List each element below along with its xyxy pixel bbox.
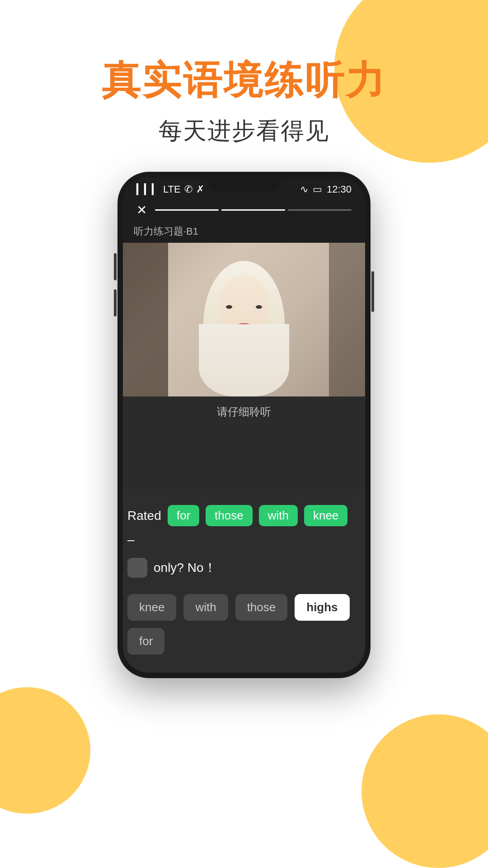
option-highs[interactable]: highs [295,594,349,621]
volume-button-mid [114,289,117,316]
main-title: 真实语境练听力 [0,59,488,102]
status-left: ▎▎▎ LTE ✆ ✗ [136,184,204,195]
video-scene [123,243,365,396]
rated-label: Rated [127,509,161,523]
progress-area: ✕ [123,199,365,222]
listen-prompt: 请仔细聆听 [123,396,365,427]
chip-for[interactable]: for [168,505,199,526]
phone-notch [208,177,280,192]
scene-figure [199,261,289,396]
progress-seg-1 [155,209,219,211]
volume-button-top [114,253,117,280]
phone-shell: ▎▎▎ LTE ✆ ✗ ∿ ▭ 12:30 ✕ [117,172,371,678]
chip-those[interactable]: those [206,505,253,526]
option-those[interactable]: those [235,594,288,621]
option-for[interactable]: for [127,628,164,655]
bluetooth-icon: ✗ [196,184,204,195]
header-area: 真实语境练听力 每天进步看得见 [0,0,488,147]
phone-screen: ▎▎▎ LTE ✆ ✗ ∿ ▭ 12:30 ✕ [123,177,365,673]
eye-right [256,305,262,309]
battery-icon: ▭ [313,184,322,195]
dash-label: – [127,533,135,547]
status-right: ∿ ▭ 12:30 [300,184,352,195]
answer-line-1: Rated for those with knee – [127,505,361,547]
option-with[interactable]: with [183,594,228,621]
progress-seg-2 [221,209,285,211]
word-options: knee with those highs for [127,594,361,655]
phone-mockup: ▎▎▎ LTE ✆ ✗ ∿ ▭ 12:30 ✕ [117,172,371,678]
time-label: 12:30 [327,184,352,195]
progress-bars [155,209,352,211]
video-frame [123,243,365,396]
option-knee[interactable]: knee [127,594,176,621]
character-dress [199,324,289,396]
power-button [371,271,374,312]
sub-title: 每天进步看得见 [0,115,488,147]
deco-circle-bottom-right [361,714,488,868]
level-label: 听力练习题·B1 [123,222,365,243]
wifi-icon: ∿ [300,184,308,195]
empty-slot [127,558,147,578]
lte-label: LTE [163,184,181,195]
signal-icon: ▎▎▎ [136,184,160,195]
chip-with[interactable]: with [259,505,298,526]
close-button[interactable]: ✕ [136,203,147,217]
answer-card: Rated for those with knee – only? No！ kn… [123,489,365,673]
eye-left [226,305,232,309]
call-icon: ✆ [184,184,192,195]
only-text: only? No！ [154,559,216,576]
progress-seg-3 [288,209,352,211]
answer-line-2: only? No！ [127,558,361,578]
character-eyes [226,305,262,309]
chip-knee[interactable]: knee [304,505,347,526]
deco-circle-bottom-left [0,687,90,814]
bg-dark-right [329,243,365,396]
bg-dark-left [123,243,168,396]
